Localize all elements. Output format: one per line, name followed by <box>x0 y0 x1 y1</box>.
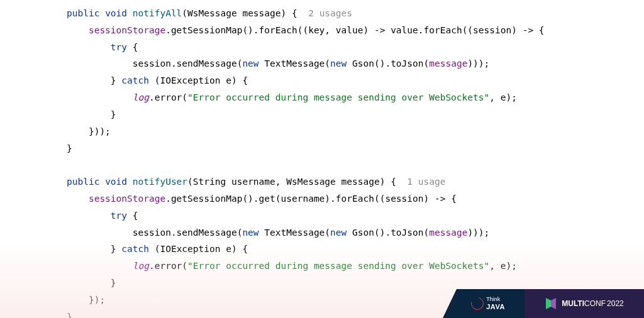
string-literal: "Error occurred during message sending o… <box>187 92 489 102</box>
field: sessionStorage <box>89 25 165 35</box>
parameter: session <box>473 25 511 35</box>
parameter: value <box>336 25 364 35</box>
parameter: e <box>226 75 231 85</box>
method-call: sendMessage <box>177 58 237 69</box>
method-call: sendMessage <box>177 228 237 238</box>
multiconf-bold: MULTI <box>562 299 584 308</box>
keyword: public <box>67 8 99 18</box>
method-call: forEach <box>336 194 374 204</box>
method-call: forEach <box>259 25 297 35</box>
method-call: error <box>155 261 182 271</box>
keyword: void <box>105 8 127 18</box>
type: TextMessage <box>264 228 325 238</box>
type: Gson <box>352 228 374 238</box>
keyword: try <box>111 211 127 221</box>
keyword: try <box>111 42 127 52</box>
method-call: forEach <box>424 25 462 35</box>
parameter-ref: message <box>429 58 467 69</box>
type: TextMessage <box>264 58 325 69</box>
multiconf-logo-icon <box>545 297 557 310</box>
method-call: error <box>155 92 182 102</box>
field: log <box>133 92 149 102</box>
parameter: e <box>226 244 231 254</box>
field: log <box>133 261 149 271</box>
method-call: get <box>259 194 275 204</box>
thinkjava-line2: JAVA <box>486 303 505 310</box>
method-name: notifyAll <box>133 8 182 18</box>
keyword: catch <box>121 244 149 254</box>
keyword: new <box>242 58 258 69</box>
keyword: public <box>67 177 99 187</box>
thinkjava-badge: Think JAVA <box>443 289 525 318</box>
parameter: username <box>231 177 275 187</box>
multiconf-year: 2022 <box>607 299 624 308</box>
method-call: getSessionMap <box>171 25 243 35</box>
parameter: message <box>341 177 380 187</box>
thinkjava-ring-icon <box>469 295 486 312</box>
method-call: toJson <box>391 228 423 238</box>
type: WsMessage <box>286 177 336 187</box>
thinkjava-line1: Think <box>486 297 505 303</box>
parameter: session <box>385 194 423 204</box>
type: IOException <box>160 75 220 85</box>
multiconf-thin: CONF <box>584 299 606 308</box>
footer-badge: Think JAVA MULTICONF2022 <box>443 289 644 318</box>
type: WsMessage <box>187 8 237 18</box>
keyword: new <box>330 228 347 238</box>
keyword: new <box>242 228 258 238</box>
type: IOException <box>160 244 220 254</box>
parameter-ref: message <box>429 228 467 238</box>
field: sessionStorage <box>89 194 165 204</box>
method-call: getSessionMap <box>171 194 243 204</box>
type: Gson <box>352 58 374 69</box>
parameter: key <box>308 25 325 35</box>
usage-hint: 2 usages <box>308 8 352 18</box>
string-literal: "Error occurred during message sending o… <box>187 261 489 271</box>
parameter: message <box>242 8 280 18</box>
keyword: catch <box>121 75 149 85</box>
method-call: toJson <box>391 58 423 69</box>
multiconf-badge: MULTICONF2022 <box>525 289 644 318</box>
usage-hint: 1 usage <box>407 177 445 187</box>
code-block: public void notifyAll(WsMessage message)… <box>0 0 644 318</box>
type: String <box>193 177 226 187</box>
keyword: new <box>330 58 347 69</box>
keyword: void <box>105 177 127 187</box>
method-name: notifyUser <box>133 177 187 187</box>
